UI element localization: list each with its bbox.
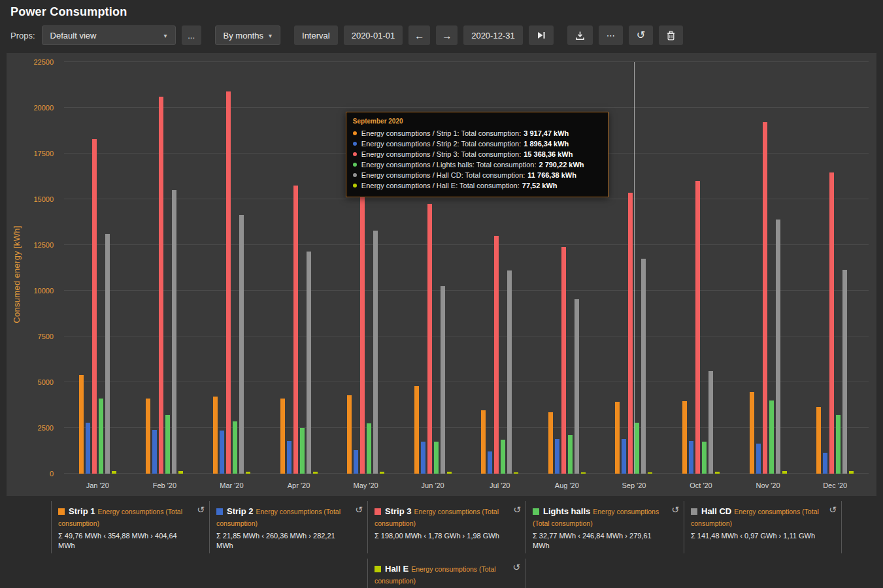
bar-strip-2[interactable] [421,442,425,474]
bar-strip-2[interactable] [823,453,827,474]
legend-card-strip-3[interactable]: ↺Strip 3Energy consumptions (Total consu… [367,501,525,553]
refresh-icon[interactable]: ↺ [513,505,521,514]
bar-strip-1[interactable] [481,410,486,474]
bar-group-feb-20: Feb '20 [131,62,199,474]
bar-lights-halls[interactable] [165,415,170,474]
bar-hall-e[interactable] [313,472,318,474]
download-button[interactable] [567,25,593,45]
bar-hall-cd[interactable] [708,371,713,474]
bar-strip-1[interactable] [213,397,218,474]
bar-strip-1[interactable] [347,395,352,474]
bar-hall-cd[interactable] [373,231,378,474]
more-options-button[interactable]: ⋯ [599,25,623,45]
legend-card-hall-e[interactable]: ↺Hall EEnergy consumptions (Total consum… [367,559,525,588]
bar-lights-halls[interactable] [568,435,573,474]
bar-strip-2[interactable] [555,439,559,474]
bar-hall-e[interactable] [648,472,652,474]
bar-lights-halls[interactable] [501,440,505,474]
bar-strip-3[interactable] [360,176,365,474]
refresh-icon[interactable]: ↺ [512,563,520,572]
bar-hall-cd[interactable] [776,220,780,474]
bar-lights-halls[interactable] [769,400,774,474]
bar-strip-3[interactable] [159,97,163,474]
bar-strip-1[interactable] [548,412,553,474]
bar-strip-3[interactable] [695,181,700,474]
bar-lights-halls[interactable] [836,415,841,474]
bar-strip-2[interactable] [86,423,90,474]
bar-lights-halls[interactable] [233,421,237,474]
bar-group-dec-20: Dec '20 [801,62,869,474]
refresh-icon[interactable]: ↺ [829,505,837,514]
bar-hall-e[interactable] [178,471,183,474]
bar-strip-1[interactable] [146,399,150,474]
bar-lights-halls[interactable] [434,442,439,474]
view-options-button[interactable]: ... [182,25,201,45]
bar-strip-2[interactable] [488,451,492,474]
legend-card-lights-halls[interactable]: ↺Lights hallsEnergy consumptions (Total … [525,501,684,553]
group-by-select[interactable]: By months ▾ [215,25,280,45]
refresh-icon[interactable]: ↺ [197,505,205,514]
bar-hall-cd[interactable] [441,286,445,474]
bar-hall-cd[interactable] [172,190,176,474]
bar-hall-e[interactable] [380,472,384,474]
bar-lights-halls[interactable] [635,423,639,474]
bar-lights-halls[interactable] [300,428,305,474]
bar-strip-3[interactable] [427,204,432,474]
legend-card-hall-cd[interactable]: ↺Hall CDEnergy consumptions (Total consu… [684,501,842,553]
bar-strip-1[interactable] [682,401,687,474]
bar-hall-e[interactable] [447,472,452,474]
bar-hall-cd[interactable] [507,270,512,474]
next-interval-button[interactable]: → [436,25,458,45]
bar-hall-e[interactable] [112,471,116,474]
bar-hall-cd[interactable] [105,234,110,474]
bar-hall-cd[interactable] [641,259,646,474]
date-from-button[interactable]: 2020-01-01 [344,25,403,45]
bar-strip-3[interactable] [628,193,633,474]
bar-hall-e[interactable] [849,471,854,474]
prev-interval-button[interactable]: ← [408,25,430,45]
bar-hall-cd[interactable] [575,299,579,474]
bar-strip-2[interactable] [287,441,292,474]
bar-strip-2[interactable] [220,431,224,474]
undo-button[interactable]: ↺ [629,25,653,45]
bar-lights-halls[interactable] [702,442,707,474]
bar-strip-1[interactable] [280,399,285,474]
bar-hall-e[interactable] [581,472,586,474]
bar-strip-1[interactable] [816,407,821,474]
legend-card-strip-2[interactable]: ↺Strip 2Energy consumptions (Total consu… [209,501,367,553]
skip-to-end-button[interactable] [529,25,554,45]
bar-lights-halls[interactable] [367,423,371,474]
bar-lights-halls[interactable] [99,399,103,474]
bar-strip-3[interactable] [494,236,499,474]
bar-strip-1[interactable] [414,386,419,474]
bar-strip-2[interactable] [756,444,761,474]
bar-strip-2[interactable] [354,450,358,474]
bar-strip-2[interactable] [622,439,626,474]
refresh-icon[interactable]: ↺ [355,505,363,514]
delete-button[interactable] [659,25,683,45]
interval-button[interactable]: Interval [294,25,338,45]
bar-strip-3[interactable] [561,247,566,474]
bar-strip-3[interactable] [293,186,298,474]
legend-card-strip-1[interactable]: ↺Strip 1Energy consumptions (Total consu… [51,501,209,553]
tooltip-row-value: 11 766,38 kWh [527,170,576,180]
bar-hall-e[interactable] [782,471,787,474]
bar-strip-3[interactable] [226,91,231,474]
bar-hall-e[interactable] [514,472,518,474]
bar-strip-3[interactable] [763,122,767,474]
bar-strip-3[interactable] [92,139,97,474]
date-to-button[interactable]: 2020-12-31 [463,25,523,45]
bar-hall-cd[interactable] [307,252,311,474]
bar-strip-2[interactable] [689,441,693,474]
bar-strip-3[interactable] [829,172,834,474]
bar-hall-cd[interactable] [842,270,847,474]
bar-hall-e[interactable] [715,472,720,474]
bar-hall-e[interactable] [246,472,250,474]
bar-strip-1[interactable] [79,375,84,474]
bar-strip-1[interactable] [615,402,620,474]
bar-strip-2[interactable] [152,430,157,474]
bar-hall-cd[interactable] [239,215,244,474]
view-select[interactable]: Default view ▾ [42,25,176,45]
refresh-icon[interactable]: ↺ [671,505,679,514]
bar-strip-1[interactable] [750,392,754,474]
